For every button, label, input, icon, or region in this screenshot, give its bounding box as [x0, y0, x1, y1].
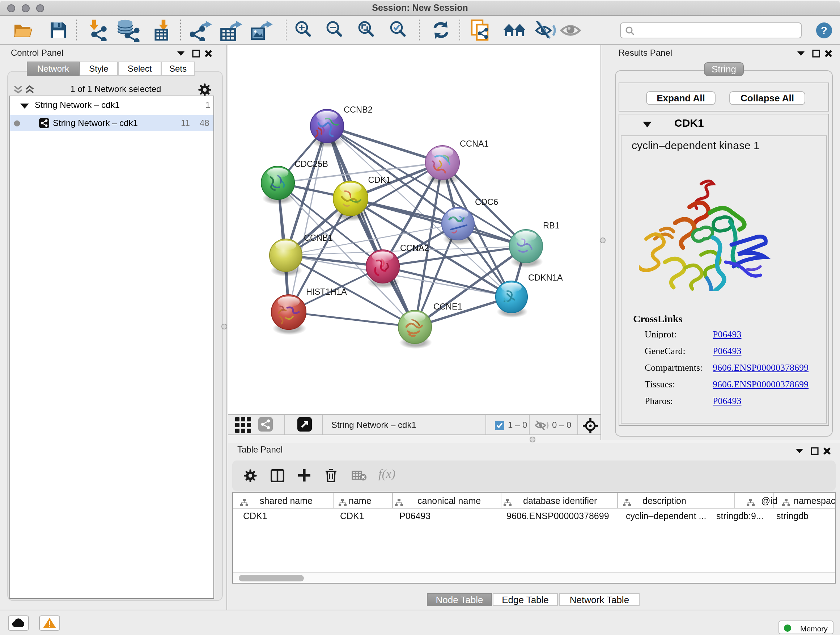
svg-text:RB1: RB1: [543, 221, 560, 230]
svg-text:CCNE1: CCNE1: [433, 302, 462, 311]
svg-text:CCNB2: CCNB2: [344, 105, 373, 114]
svg-text:CCNA1: CCNA1: [460, 139, 489, 149]
svg-text:HIST1H1A: HIST1H1A: [306, 287, 347, 296]
svg-text:CDC25B: CDC25B: [294, 159, 328, 169]
svg-text:CDC6: CDC6: [475, 197, 498, 207]
svg-text:CDKN1A: CDKN1A: [528, 273, 563, 282]
svg-text:CCNB1: CCNB1: [304, 233, 333, 242]
svg-text:CCNA2: CCNA2: [400, 243, 429, 253]
svg-text:CDK1: CDK1: [368, 175, 391, 185]
